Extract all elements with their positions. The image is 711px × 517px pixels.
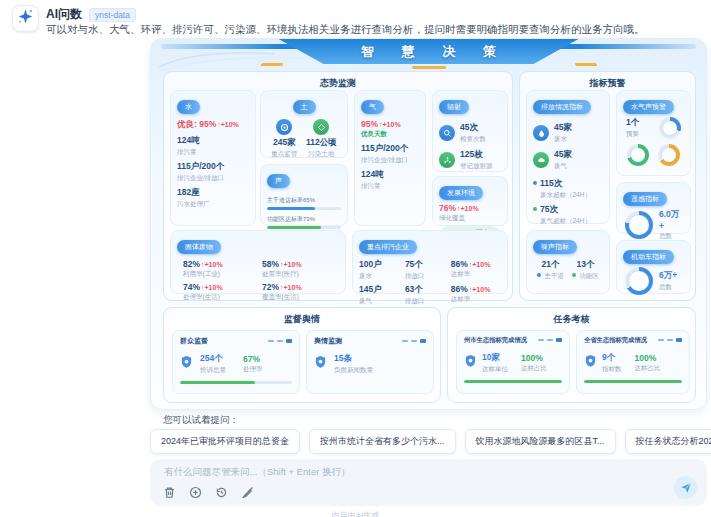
waste-gas-icon (533, 152, 549, 168)
suggestion-prompt: 您可以试着提问： (163, 414, 239, 427)
environment-block: 发展环境 76%↑+10% 绿化覆盖 135平方米人均公园面积 (432, 176, 508, 226)
water-block: 水 优良: 95%↑+10% 124吨排污量 115户/200个排污企业/排放口… (170, 90, 256, 226)
stat-value: 125枚 (460, 149, 493, 161)
card-title: 州市生态指标完成情况 (464, 336, 527, 345)
card-controls[interactable] (268, 340, 292, 343)
stat-label: 覆盖率(生活) (262, 293, 333, 302)
stat-value: 115户/200个 (177, 161, 249, 173)
water-quality-delta: ↑+10% (217, 121, 239, 128)
tab-motor-vehicle: 机动车指标 (623, 250, 674, 264)
shield-icon (584, 354, 597, 372)
wastewater-icon (533, 125, 549, 141)
gauge-donut (627, 144, 649, 166)
green-coverage-label: 绿化覆盖 (439, 214, 479, 223)
stat-value: 124吨 (361, 169, 419, 181)
tab-air: 气 (361, 100, 384, 114)
card-controls[interactable] (402, 340, 426, 343)
suggestion-chip[interactable]: 2024年已审批环评项目的总资金 (150, 429, 300, 454)
stat-label: 重点监管 (271, 150, 297, 159)
city-indicator-card: 州市生态指标完成情况 10家达标单位 100%达标占比 (456, 330, 570, 394)
dashboard-banner: 智 慧 决 策 (279, 39, 579, 64)
stat-label: 检查次数 (460, 135, 486, 144)
chat-input[interactable] (164, 466, 604, 477)
stat-label: 污染土地 (306, 150, 337, 159)
stat-label: 污水处理厂 (177, 200, 249, 209)
banner-accent (574, 63, 598, 66)
remote-sensing-block: 遥感指标 6.0万+总数 (616, 182, 691, 234)
progress-track (180, 381, 292, 384)
avatar (12, 5, 39, 32)
footer-note: 内容由AI生成 (0, 510, 711, 517)
radiation-icon (439, 152, 455, 168)
suggestion-chip[interactable]: 按任务状态分析2024年出动执... (625, 429, 711, 454)
card-title: 舆情监测 (314, 336, 342, 346)
trash-icon[interactable] (163, 486, 176, 499)
card-title: 群众监督 (180, 336, 208, 346)
shield-icon (180, 355, 193, 373)
land-icon (313, 119, 329, 135)
panel-title: 指标预警 (520, 72, 695, 90)
progress-track (584, 380, 682, 383)
air-quality-value: 95% (361, 119, 378, 129)
progress-fill (584, 380, 682, 383)
shield-icon (314, 355, 327, 373)
tab-noise: 声 (267, 174, 290, 188)
inspection-icon (439, 125, 455, 141)
bar-label: 主干道达标率65% (267, 196, 341, 205)
pen-slash-icon[interactable] (241, 486, 254, 499)
bullet-dot (533, 207, 537, 211)
ai-sparkle-icon (17, 8, 34, 29)
gauge-donut (625, 211, 653, 239)
progress-fill (464, 380, 562, 383)
stat-value: 124吨 (177, 135, 249, 147)
emission-block: 排放情况指标 45家废水 45家废气 115次 废水超标（24H） 75次 废气… (526, 90, 610, 224)
bullet-dot (537, 273, 541, 277)
stat-label: 排污企业/排放口 (361, 156, 419, 165)
realtime-warning-block: 水气声预警 1个 预警 (616, 90, 691, 176)
suggestion-chip[interactable]: 按州市统计全省有多少个污水... (309, 429, 456, 454)
plus-circle-icon[interactable] (189, 486, 202, 499)
progress-fill (267, 226, 321, 229)
bullet-dot (533, 181, 537, 185)
radiation-block: 辐射 45次检查次数 125枚登记放射源 (432, 90, 508, 172)
stat-value: 115户/200个 (361, 143, 419, 155)
stat-value: 182座 (177, 187, 249, 199)
air-block: 气 95%↑+10% 优良天数 115户/200个排污企业/排放口 124吨排污… (354, 90, 426, 226)
panel-task-assessment: 任务考核 州市生态指标完成情况 10家达标单位 100%达标占比 全省生态指标完… (447, 307, 696, 403)
progress-track (464, 380, 562, 383)
send-button[interactable] (674, 476, 697, 499)
progress-fill (267, 207, 315, 210)
bullet-dot (572, 273, 576, 277)
noise-block: 声 主干道达标率65% 功能区达标率73% (260, 164, 348, 226)
gauge-donut (625, 267, 653, 295)
chat-input-box[interactable] (150, 459, 707, 506)
history-icon[interactable] (215, 486, 228, 499)
water-quality-value: 95% (199, 119, 216, 129)
tab-remote-sensing: 遥感指标 (623, 192, 667, 206)
tab-environment: 发展环境 (439, 186, 483, 200)
card-controls[interactable] (538, 339, 562, 342)
gauge-donut (659, 117, 681, 139)
suggestion-chip[interactable]: 饮用水源地风险源最多的区县T... (465, 429, 616, 454)
air-quality-delta: ↑+10% (379, 121, 401, 128)
paper-plane-icon (680, 482, 692, 494)
shield-icon (464, 354, 477, 372)
soil-block: 土 245家重点监管 112公顷污染土地 (260, 90, 348, 158)
gauge-donut (658, 144, 680, 166)
opinion-monitoring-card: 舆情监测 15条负面新闻数量 (306, 330, 434, 394)
tab-solid-waste: 固体废物 (177, 240, 221, 254)
stat-label: 处理率(生活) (183, 293, 254, 302)
tab-realtime-warning: 水气声预警 (623, 100, 674, 114)
public-supervision-card: 群众监督 254个投诉总量 67%处理率 (172, 330, 300, 394)
panel-title: 态势监测 (164, 72, 512, 90)
stat-label: 处置率(医疗) (262, 270, 333, 279)
stat-label: 登记放射源 (460, 162, 493, 171)
green-coverage-delta: ↑+10% (457, 205, 479, 212)
card-controls[interactable] (658, 339, 682, 342)
stat-label: 排污量 (361, 182, 419, 191)
motor-vehicle-block: 机动车指标 6万+总数 (616, 240, 691, 294)
progress-track (267, 226, 341, 229)
progress-track (267, 207, 341, 210)
panel-title: 监督舆情 (164, 308, 440, 326)
tab-soil: 土 (293, 100, 316, 114)
